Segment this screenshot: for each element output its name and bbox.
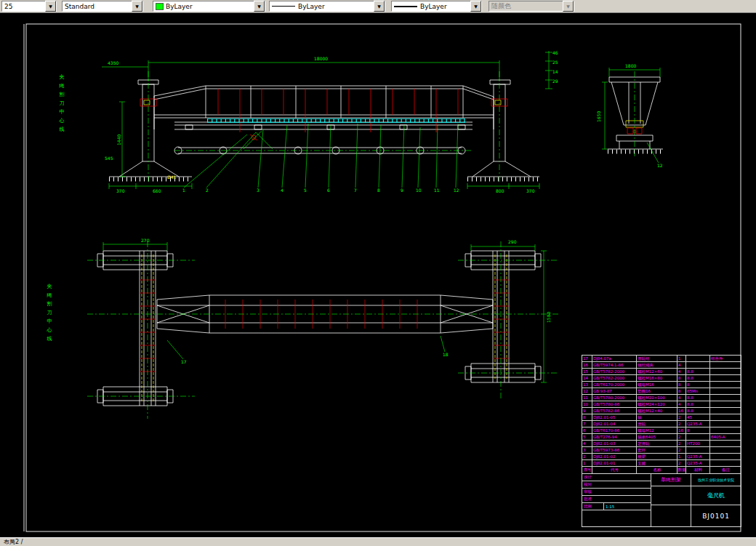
scale-label: 比例	[582, 503, 604, 510]
bom-row: 7DJ82.01-04滑轮2Q235-A	[582, 421, 741, 427]
bom-cell	[686, 356, 710, 361]
plan-view-stiffeners	[140, 280, 509, 372]
svg-text:8: 8	[377, 188, 380, 193]
bom-cell: 6	[582, 427, 592, 433]
svg-text:绳: 绳	[47, 292, 52, 298]
bom-cell	[710, 382, 741, 388]
bom-cell	[710, 427, 741, 433]
chevron-down-icon[interactable]: ▼	[45, 1, 56, 12]
chevron-down-icon[interactable]: ▼	[132, 1, 142, 12]
label-cell: 校对	[582, 481, 651, 489]
bom-cell: Q235-A	[686, 454, 710, 459]
bom-cell: 螺栓M12×60	[637, 369, 677, 374]
color-swatch	[156, 3, 164, 10]
svg-text:46: 46	[552, 50, 558, 55]
bom-cell: Q235-A	[686, 421, 710, 427]
linetype-combo[interactable]: ByLayer ▼	[269, 1, 385, 12]
bom-cell	[686, 447, 710, 453]
label-cell: 材料	[686, 467, 710, 473]
bom-cell	[710, 362, 741, 368]
bom-cell: 15	[582, 369, 592, 374]
svg-text:18: 18	[443, 352, 449, 357]
svg-text:Ø41: Ø41	[167, 174, 177, 180]
svg-text:660: 660	[153, 188, 161, 193]
product-name: 毫尺机	[691, 486, 741, 505]
bom-cell: 1	[677, 454, 686, 459]
lineweight-combo-value: ByLayer	[420, 3, 470, 10]
bom-cell: 8.8	[686, 395, 710, 401]
bom-cell: GB/T5780-86	[592, 401, 637, 407]
bom-cell: 13	[582, 382, 592, 388]
bom-cell: 4	[677, 362, 686, 368]
svg-text:545: 545	[105, 156, 113, 161]
chevron-down-icon[interactable]: ▼	[254, 1, 265, 12]
svg-text:12: 12	[657, 163, 663, 168]
bom-cell: 2	[677, 414, 686, 420]
svg-text:中: 中	[47, 318, 52, 324]
bom-row: 15GB/T5782-2000螺栓M12×6048.8	[582, 369, 741, 375]
svg-text:刀: 刀	[47, 310, 52, 316]
svg-text:18000: 18000	[314, 56, 328, 61]
bom-cell: 8	[677, 388, 686, 394]
text-style-combo[interactable]: Standard ▼	[62, 1, 143, 12]
layout-tab[interactable]: 布局2 /	[0, 538, 23, 546]
dimension-texts: 435018000462514291440545370660800370Ø411…	[47, 50, 663, 364]
svg-text:17: 17	[181, 359, 187, 364]
svg-text:夹: 夹	[60, 74, 65, 80]
svg-text:4350: 4350	[108, 60, 118, 65]
color-combo[interactable]: ByLayer ▼	[153, 1, 265, 12]
bom-cell	[710, 375, 741, 381]
side-view-outline	[608, 77, 663, 149]
svg-text:11: 11	[434, 188, 440, 193]
bom-cell: 螺栓M16×80	[637, 375, 677, 381]
bom-row: 8DJ82.01-05轴245	[582, 414, 741, 421]
bom-cell: 8	[686, 427, 710, 433]
bom-cell: DJ82.01-04	[592, 421, 637, 427]
bom-cell: 8	[582, 414, 592, 420]
scale-value: 1:15	[604, 503, 651, 510]
svg-text:6: 6	[327, 188, 330, 193]
front-elevation-dimensions	[102, 51, 552, 189]
bom-cell: DJ82.01-01	[592, 460, 637, 466]
front-elevation-outline	[109, 80, 539, 177]
bom-cell: 横梁	[637, 454, 677, 459]
layer-combo[interactable]: 25 ▼	[1, 1, 57, 12]
bom-cell: 45	[686, 414, 710, 420]
bom-row: 1DJ82.01-01支腿2Q235-A	[582, 460, 741, 467]
bom-cell: 14	[582, 375, 592, 381]
svg-text:夹: 夹	[47, 284, 52, 289]
svg-text:14: 14	[552, 69, 558, 74]
front-elevation-stiffeners	[140, 89, 507, 140]
bom-cell: 2	[677, 447, 686, 453]
svg-text:9: 9	[401, 188, 403, 193]
lineweight-preview	[394, 6, 417, 7]
bom-cell: 8	[677, 382, 686, 388]
front-elevation-bearings	[144, 100, 501, 105]
title-block-main: 单绳割架 徐州工业职业技术学院 毫尺机 BJ0101	[651, 474, 741, 526]
svg-text:线: 线	[60, 127, 65, 132]
bom-cell: 支腿	[637, 460, 677, 466]
chevron-down-icon[interactable]: ▼	[470, 1, 481, 12]
chevron-down-icon[interactable]: ▼	[374, 1, 385, 12]
plot-style-combo: 随颜色 ▼	[488, 1, 574, 12]
bom-cell: 4	[677, 369, 686, 374]
bom-cell	[710, 454, 741, 459]
bom-cell	[710, 408, 741, 414]
svg-text:370: 370	[526, 188, 535, 193]
bom-cell: 套环	[637, 447, 677, 453]
bom-row: 5GB/T276-94轴承640526405-A	[582, 434, 741, 441]
lineweight-combo[interactable]: ByLayer ▼	[391, 1, 482, 12]
svg-text:刀: 刀	[60, 100, 65, 106]
bom-cell: 2	[677, 434, 686, 440]
svg-text:800: 800	[496, 188, 504, 193]
bom-row: 6GB/T6170-86螺母M12168	[582, 427, 741, 434]
bom-cell: 螺栓M20×100	[637, 395, 677, 401]
bom-cell: Q235-A	[686, 460, 710, 466]
bom-cell: 螺栓M24×120	[637, 401, 677, 407]
bom-cell: 16	[677, 427, 686, 433]
bom-cell: 螺栓M12×40	[637, 408, 677, 414]
title-block: 设计校对审核批准 比例 1:15 单绳割架 徐州工业职业技术学院 毫尺机 BJ0…	[582, 473, 741, 527]
svg-text:1650: 1650	[596, 111, 601, 122]
bom-cell: 1	[582, 460, 592, 466]
bom-cell	[686, 362, 710, 368]
